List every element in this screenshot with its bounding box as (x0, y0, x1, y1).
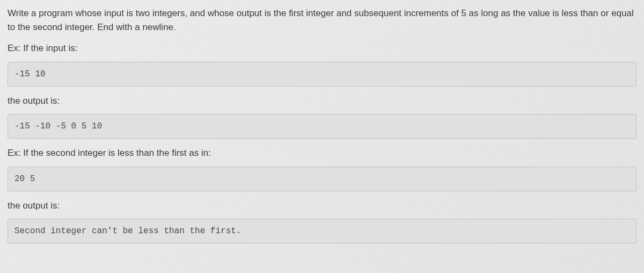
example1-output-label: the output is: (8, 94, 636, 108)
example1-output-code: -15 -10 -5 0 5 10 (8, 114, 636, 139)
example2-output-label: the output is: (8, 199, 636, 213)
example1-input-label: Ex: If the input is: (8, 41, 636, 55)
example2-input-label: Ex: If the second integer is less than t… (8, 146, 636, 160)
example1-input-code: -15 10 (8, 62, 636, 87)
example2-input-code: 20 5 (8, 167, 636, 191)
problem-description: Write a program whose input is two integ… (8, 6, 636, 34)
example2-output-code: Second integer can't be less than the fi… (8, 219, 636, 243)
